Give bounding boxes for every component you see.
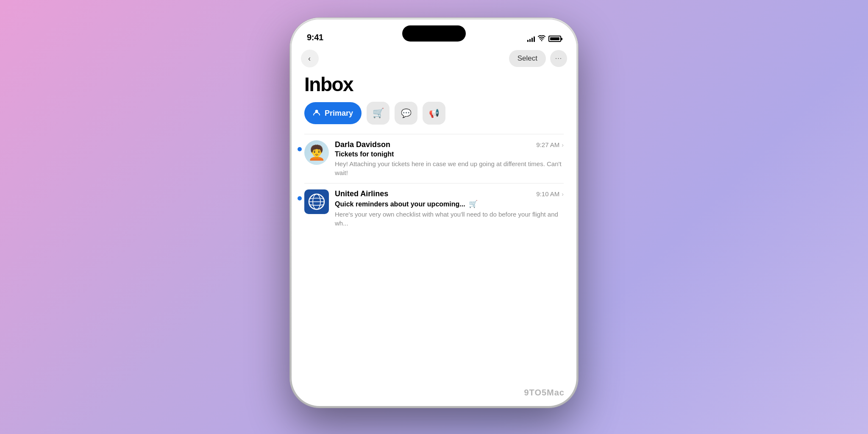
watermark: 9TO5Mac bbox=[524, 388, 565, 398]
email-sender-name: Darla Davidson bbox=[335, 140, 390, 149]
email-content: Darla Davidson 9:27 AM › Tickets for ton… bbox=[335, 140, 564, 177]
status-icons bbox=[527, 35, 561, 42]
back-chevron-icon: ‹ bbox=[308, 54, 311, 63]
chevron-right-icon: › bbox=[562, 142, 564, 148]
email-time: 9:10 AM bbox=[536, 190, 559, 198]
battery-icon bbox=[548, 36, 561, 42]
email-preview: Hey! Attaching your tickets here in case… bbox=[335, 159, 564, 177]
shopping-tab-icon: 🛒 bbox=[373, 108, 384, 119]
email-preview: Here's your very own checklist with what… bbox=[335, 210, 564, 228]
select-button[interactable]: Select bbox=[509, 50, 546, 67]
email-sender-name: United Airlines bbox=[335, 189, 388, 198]
email-subject: Tickets for tonight bbox=[335, 150, 564, 158]
status-bar: 9:41 bbox=[292, 19, 576, 47]
promos-tab-icon: 📢 bbox=[429, 108, 440, 118]
social-tab-icon: 💬 bbox=[401, 108, 412, 118]
phone-screen: 9:41 bbox=[292, 19, 576, 406]
email-content: United Airlines 9:10 AM › Quick reminder… bbox=[335, 189, 564, 228]
email-list: 🧑‍🦱 Darla Davidson 9:27 AM › bbox=[304, 134, 564, 234]
table-row[interactable]: United Airlines 9:10 AM › Quick reminder… bbox=[304, 183, 564, 234]
chevron-right-icon: › bbox=[562, 191, 564, 198]
tab-social[interactable]: 💬 bbox=[395, 102, 417, 125]
back-button[interactable]: ‹ bbox=[301, 50, 319, 67]
primary-tab-label: Primary bbox=[325, 109, 353, 118]
more-button[interactable]: ··· bbox=[550, 50, 567, 67]
email-subject: Quick reminders about your upcoming... bbox=[335, 200, 465, 208]
nav-bar: ‹ Select ··· bbox=[292, 47, 576, 70]
primary-tab-icon bbox=[313, 108, 320, 118]
nav-right-buttons: Select ··· bbox=[509, 50, 567, 67]
wifi-icon bbox=[538, 35, 545, 42]
background: 9:41 bbox=[0, 0, 868, 434]
select-button-label: Select bbox=[517, 54, 537, 63]
tab-primary[interactable]: Primary bbox=[304, 102, 362, 124]
table-row[interactable]: 🧑‍🦱 Darla Davidson 9:27 AM › bbox=[304, 134, 564, 183]
phone-container: 9:41 bbox=[290, 18, 578, 416]
inbox-title: Inbox bbox=[304, 75, 564, 94]
unread-dot bbox=[298, 147, 302, 151]
email-time: 9:27 AM bbox=[536, 141, 559, 148]
phone-frame: 9:41 bbox=[290, 18, 578, 408]
tab-shopping[interactable]: 🛒 bbox=[367, 102, 389, 125]
signal-icon bbox=[527, 36, 535, 42]
dynamic-island bbox=[402, 25, 466, 42]
more-dots-icon: ··· bbox=[555, 55, 562, 62]
unread-dot bbox=[298, 196, 302, 200]
category-tabs: Primary 🛒 💬 📢 bbox=[304, 102, 564, 125]
status-time: 9:41 bbox=[307, 33, 323, 42]
shopping-tag-icon: 🛒 bbox=[469, 200, 478, 209]
content-area: Inbox Primary bbox=[292, 70, 576, 234]
avatar bbox=[304, 189, 329, 214]
avatar: 🧑‍🦱 bbox=[304, 140, 329, 165]
tab-promos[interactable]: 📢 bbox=[423, 102, 445, 125]
